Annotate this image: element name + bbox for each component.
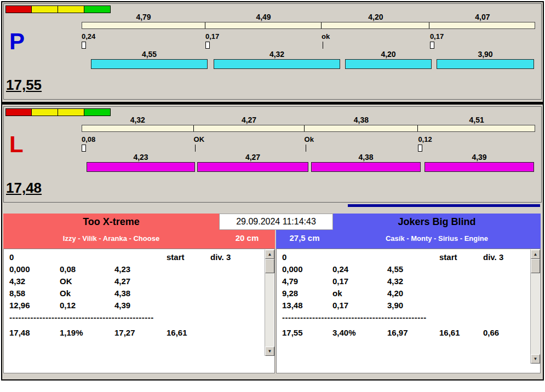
dog-time-label: 4,23 — [87, 153, 195, 162]
cell: 0 — [282, 252, 332, 264]
cell: div. 3 — [210, 252, 249, 264]
cell: 0,17 — [332, 276, 387, 289]
team-name: Jokers Big Blind — [333, 216, 541, 228]
flyball-timing-window: 4,79 4,49 4,20 4,07 0,24 0,17 ok — [1, 1, 544, 381]
dog-time-label: 4,20 — [345, 50, 432, 59]
light-red — [5, 5, 32, 13]
cell — [210, 328, 249, 340]
lane-letter: L — [9, 133, 24, 156]
results-row: 9,28 ok 4,20 — [277, 289, 540, 301]
dog-time-bar — [424, 162, 534, 172]
results-row: 0,000 0,24 4,55 — [277, 264, 540, 276]
cross-marker — [430, 42, 434, 49]
results-row: 8,58 Ok 4,38 — [4, 289, 274, 301]
lane-panel-p: 4,79 4,49 4,20 4,07 0,24 0,17 ok — [3, 3, 542, 100]
cross-time-4: 0,12 — [418, 135, 432, 152]
scroll-up-button[interactable]: ▲ — [531, 250, 540, 259]
cell: Ok — [60, 289, 114, 301]
cell: 16,61 — [167, 328, 210, 340]
dog-time-bar — [345, 59, 432, 69]
cell: 16,61 — [439, 328, 483, 340]
separator-dashes: ----------------------------------------… — [282, 313, 438, 325]
cell: 9,28 — [282, 289, 332, 301]
results-listbox-right[interactable]: 0 start div. 3 0,000 0,24 4,55 4,79 0,17… — [276, 249, 541, 373]
jump-height-badge: 20 cm — [219, 233, 275, 243]
cross-time-label: 0,08 — [82, 135, 95, 143]
results-row: 12,96 0,12 4,39 — [4, 301, 274, 313]
lane-l-axis: 4,32 4,27 4,38 4,51 0,08 OK Ok — [82, 107, 535, 203]
split-bar-segment — [429, 22, 535, 28]
cross-marker — [195, 145, 196, 152]
panel-divider — [2, 102, 543, 105]
split-bar — [82, 125, 535, 132]
cross-time-label: ok — [322, 32, 330, 41]
scrollbar[interactable]: ▲ ▼ — [530, 250, 540, 364]
cell: 4,32 — [387, 276, 439, 289]
cell: 13,48 — [282, 301, 332, 313]
dog-time-label: 4,38 — [311, 153, 421, 162]
cross-marker — [323, 42, 323, 49]
cell: 4,55 — [387, 264, 439, 276]
scroll-thumb[interactable] — [265, 259, 274, 273]
cross-time-label: 0,12 — [418, 135, 432, 143]
jump-height-badge: 27,5 cm — [276, 233, 333, 243]
results-listbox-left[interactable]: 0 start div. 3 0,000 0,08 4,23 4,32 OK 4… — [3, 249, 275, 373]
results-row: 4,32 OK 4,27 — [4, 276, 274, 289]
up-arrow-icon: ▲ — [533, 252, 538, 257]
cell: 0,08 — [60, 264, 114, 276]
scroll-down-button[interactable]: ▼ — [531, 354, 540, 364]
cross-marker — [418, 145, 422, 152]
cell: 12,96 — [9, 301, 60, 313]
cross-marker — [205, 42, 210, 49]
cell: 4,79 — [282, 276, 332, 289]
up-arrow-icon: ▲ — [268, 252, 272, 257]
scroll-down-button[interactable]: ▼ — [265, 347, 274, 356]
cross-time-2: OK — [194, 135, 205, 152]
cell: ok — [332, 289, 387, 301]
separator-row: ----------------------------------------… — [4, 313, 274, 325]
cell: 8,58 — [9, 289, 60, 301]
cross-time-4: 0,17 — [430, 32, 444, 49]
split-time: 4,20 — [322, 13, 430, 21]
cell: 4,20 — [387, 289, 439, 301]
dog-time-label: 3,90 — [437, 50, 534, 59]
scroll-thumb[interactable] — [531, 259, 540, 273]
cross-time-label: OK — [194, 135, 205, 143]
results-row: 13,48 0,17 3,90 — [277, 301, 540, 313]
split-bar-segment — [82, 22, 205, 28]
down-arrow-icon: ▼ — [268, 349, 272, 354]
lane-p-axis: 4,79 4,49 4,20 4,07 0,24 0,17 ok — [82, 4, 535, 100]
totals-row: 17,48 1,19% 17,27 16,61 — [4, 328, 274, 340]
team-name: Too X-treme — [3, 216, 219, 228]
cell: 4,39 — [114, 301, 167, 313]
scrollbar[interactable]: ▲ ▼ — [265, 250, 274, 356]
cross-time-2: 0,17 — [205, 32, 219, 49]
scroll-up-button[interactable]: ▲ — [265, 250, 274, 259]
cell: 3,40% — [332, 328, 387, 340]
cell: start — [439, 252, 483, 264]
light-yellow-2 — [58, 108, 84, 116]
cross-time-1: 0,24 — [82, 32, 95, 49]
dog-time-bar — [91, 59, 208, 69]
separator-dashes: ----------------------------------------… — [9, 313, 165, 325]
cross-time-label: 0,24 — [82, 32, 95, 41]
cell: 16,97 — [387, 328, 439, 340]
results-row: 0,000 0,08 4,23 — [4, 264, 274, 276]
split-bar-segment — [82, 125, 194, 131]
results-header-row: 0 start div. 3 — [4, 252, 274, 264]
split-time: 4,79 — [82, 13, 205, 21]
cell: 0,000 — [282, 264, 332, 276]
dog-time-label: 4,55 — [91, 50, 208, 59]
cell: 0,17 — [332, 301, 387, 313]
cell: div. 3 — [483, 252, 521, 264]
split-time: 4,49 — [205, 13, 322, 21]
light-yellow-1 — [32, 108, 58, 116]
dog-time-bar — [87, 162, 195, 172]
team-dogs: Izzy - Vilík - Aranka - Choose — [3, 234, 219, 243]
split-bar — [82, 22, 535, 29]
cell — [387, 252, 439, 264]
dog-time-label: 4,27 — [197, 153, 308, 162]
cross-time-3: Ok — [305, 135, 314, 152]
cell — [60, 252, 114, 264]
cell: 0,24 — [332, 264, 387, 276]
